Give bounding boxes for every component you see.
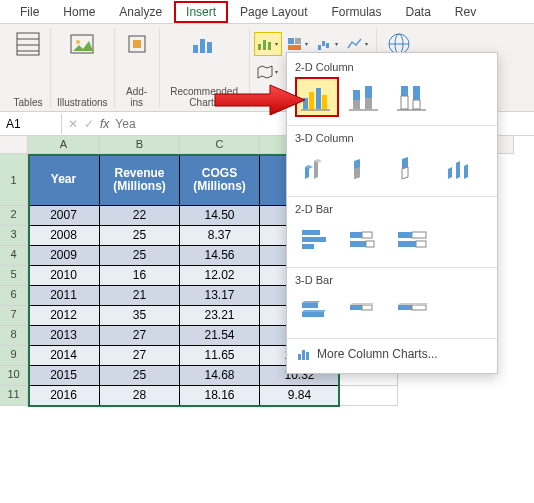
cell[interactable]: 2014 bbox=[28, 346, 100, 366]
svg-rect-55 bbox=[416, 241, 426, 247]
tab-review[interactable]: Rev bbox=[443, 1, 488, 23]
3d-stacked-bar-option[interactable] bbox=[343, 290, 387, 330]
cell[interactable] bbox=[340, 386, 398, 406]
select-all-triangle[interactable] bbox=[0, 136, 28, 154]
cell[interactable]: 2013 bbox=[28, 326, 100, 346]
row-header[interactable]: 4 bbox=[0, 246, 28, 266]
col-header-b[interactable]: B bbox=[100, 136, 180, 154]
cell[interactable]: 27 bbox=[100, 346, 180, 366]
cell[interactable]: 14.56 bbox=[180, 246, 260, 266]
cell[interactable]: 14.68 bbox=[180, 366, 260, 386]
tab-analyze[interactable]: Analyze bbox=[107, 1, 174, 23]
svg-rect-42 bbox=[413, 86, 420, 100]
clustered-bar-option[interactable] bbox=[295, 219, 339, 259]
tab-formulas[interactable]: Formulas bbox=[319, 1, 393, 23]
cell[interactable]: 14.50 bbox=[180, 206, 260, 226]
col-header-c[interactable]: C bbox=[180, 136, 260, 154]
3d-clustered-bar-option[interactable] bbox=[295, 290, 339, 330]
cell[interactable]: 2015 bbox=[28, 366, 100, 386]
cell[interactable]: 18.16 bbox=[180, 386, 260, 406]
row-header[interactable]: 7 bbox=[0, 306, 28, 326]
svg-rect-41 bbox=[401, 96, 408, 109]
group-label: Add- ins bbox=[126, 86, 147, 108]
tab-data[interactable]: Data bbox=[393, 1, 442, 23]
row-header[interactable]: 11 bbox=[0, 386, 28, 406]
stacked-column-option[interactable] bbox=[343, 77, 387, 117]
cell[interactable]: 2011 bbox=[28, 286, 100, 306]
row-header[interactable]: 2 bbox=[0, 206, 28, 226]
100-stacked-column-option[interactable] bbox=[391, 77, 435, 117]
row-header[interactable]: 3 bbox=[0, 226, 28, 246]
cell[interactable]: 9.84 bbox=[260, 386, 340, 406]
svg-rect-0 bbox=[17, 33, 39, 55]
3d-100-stacked-column-option[interactable] bbox=[391, 148, 435, 188]
cell[interactable]: 25 bbox=[100, 366, 180, 386]
group-addins[interactable]: Add- ins bbox=[115, 28, 160, 108]
cell[interactable]: 35 bbox=[100, 306, 180, 326]
svg-rect-36 bbox=[353, 100, 360, 109]
formula-preview[interactable]: Yea bbox=[115, 117, 135, 131]
fx-icon[interactable]: fx bbox=[100, 117, 109, 131]
row-header[interactable]: 9 bbox=[0, 346, 28, 366]
cell[interactable]: 25 bbox=[100, 246, 180, 266]
cell[interactable]: 25 bbox=[100, 226, 180, 246]
cell[interactable]: COGS (Millions) bbox=[180, 154, 260, 206]
cell[interactable]: 2007 bbox=[28, 206, 100, 226]
svg-rect-60 bbox=[398, 305, 412, 310]
tables-icon bbox=[12, 28, 44, 60]
cell[interactable]: Revenue (Millions) bbox=[100, 154, 180, 206]
column-chart-button[interactable] bbox=[254, 32, 282, 56]
tab-file[interactable]: File bbox=[8, 1, 51, 23]
cell[interactable]: 21 bbox=[100, 286, 180, 306]
group-tables[interactable]: Tables bbox=[6, 28, 51, 108]
group-illustrations[interactable]: Illustrations bbox=[51, 28, 115, 108]
cell[interactable]: 11.65 bbox=[180, 346, 260, 366]
row-header[interactable]: 10 bbox=[0, 366, 28, 386]
cell[interactable]: 22 bbox=[100, 206, 180, 226]
section-3d-column: 3-D Column bbox=[287, 128, 497, 146]
cell[interactable]: 2009 bbox=[28, 246, 100, 266]
svg-rect-33 bbox=[322, 95, 327, 109]
cell[interactable]: 21.54 bbox=[180, 326, 260, 346]
row-header[interactable]: 6 bbox=[0, 286, 28, 306]
3d-column-option[interactable] bbox=[439, 148, 483, 188]
map-chart-button[interactable] bbox=[254, 60, 282, 84]
fx-confirm-icon[interactable]: ✓ bbox=[84, 117, 94, 131]
cell[interactable]: 2010 bbox=[28, 266, 100, 286]
cell[interactable]: 2016 bbox=[28, 386, 100, 406]
svg-rect-50 bbox=[350, 241, 366, 247]
svg-rect-62 bbox=[298, 354, 301, 360]
cell[interactable]: Year bbox=[28, 154, 100, 206]
cell[interactable]: 27 bbox=[100, 326, 180, 346]
3d-100-stacked-bar-option[interactable] bbox=[391, 290, 435, 330]
row-header[interactable]: 8 bbox=[0, 326, 28, 346]
cell[interactable]: 12.02 bbox=[180, 266, 260, 286]
more-column-charts[interactable]: More Column Charts... bbox=[287, 341, 497, 367]
cell[interactable]: 16 bbox=[100, 266, 180, 286]
col-header-a[interactable]: A bbox=[28, 136, 100, 154]
stacked-bar-option[interactable] bbox=[343, 219, 387, 259]
section-2d-column: 2-D Column bbox=[287, 57, 497, 75]
svg-rect-17 bbox=[318, 45, 321, 50]
tab-insert[interactable]: Insert bbox=[174, 1, 228, 23]
row-header[interactable]: 1 bbox=[0, 154, 28, 206]
fx-cancel-icon[interactable]: ✕ bbox=[68, 117, 78, 131]
cell[interactable]: 2008 bbox=[28, 226, 100, 246]
100-stacked-bar-option[interactable] bbox=[391, 219, 435, 259]
svg-rect-47 bbox=[302, 244, 314, 249]
tab-page-layout[interactable]: Page Layout bbox=[228, 1, 319, 23]
cell[interactable]: 28 bbox=[100, 386, 180, 406]
cell[interactable]: 13.17 bbox=[180, 286, 260, 306]
3d-clustered-column-option[interactable] bbox=[295, 148, 339, 188]
svg-rect-37 bbox=[365, 86, 372, 98]
cell[interactable]: 2012 bbox=[28, 306, 100, 326]
cell[interactable]: 23.21 bbox=[180, 306, 260, 326]
row-header[interactable]: 5 bbox=[0, 266, 28, 286]
svg-rect-40 bbox=[401, 86, 408, 96]
tab-home[interactable]: Home bbox=[51, 1, 107, 23]
3d-stacked-column-option[interactable] bbox=[343, 148, 387, 188]
svg-rect-63 bbox=[302, 350, 305, 360]
name-box[interactable]: A1 bbox=[0, 114, 62, 134]
cell[interactable]: 8.37 bbox=[180, 226, 260, 246]
svg-rect-16 bbox=[288, 45, 301, 50]
